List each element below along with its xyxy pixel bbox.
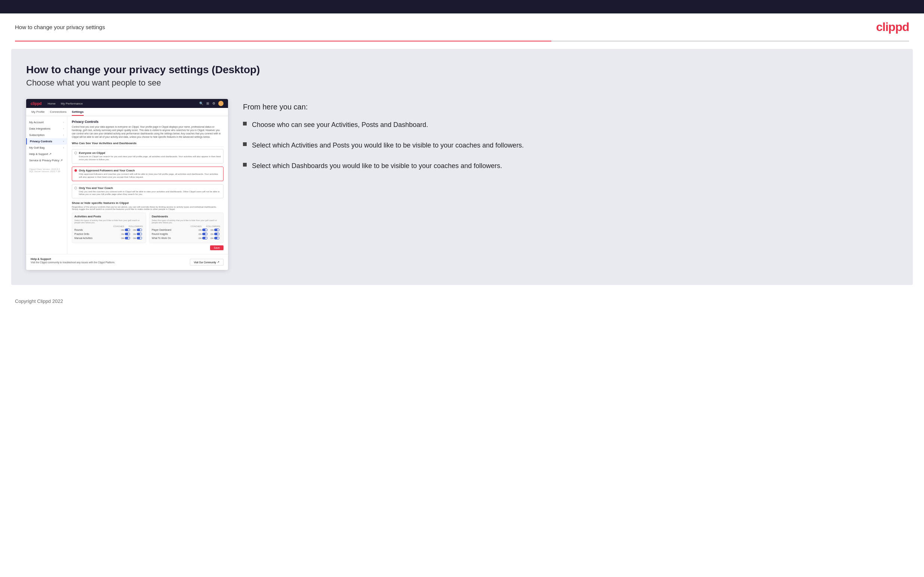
- mock-label-round-insights: Round Insights: [152, 233, 197, 235]
- mock-toggles-section: Show or hide specific features in Clippd…: [72, 201, 223, 250]
- mock-who-can-see-title: Who Can See Your Activities and Dashboar…: [72, 142, 223, 147]
- mock-on-label11: ON: [199, 237, 202, 239]
- bullet-text-2: Select which Activities and Posts you wo…: [252, 141, 524, 150]
- mock-body: My Account › Data Integrations › Subscri…: [26, 116, 228, 254]
- mock-toggle-what-work: What To Work On ON ON: [152, 237, 221, 239]
- mock-tab-settings[interactable]: Settings: [72, 110, 84, 116]
- content-row: clippd Home My Performance 🔍 ⊞ ⚙ My Prof…: [26, 99, 898, 270]
- mock-switch-ri-coaches[interactable]: [202, 233, 207, 235]
- mock-sidebar-item-account[interactable]: My Account ›: [26, 119, 67, 126]
- mock-privacy-title: Privacy Controls: [72, 120, 223, 124]
- mock-sidebar-item-help[interactable]: Help & Support ↗: [26, 151, 67, 157]
- mock-sidebar-chevron-golfbag: ›: [63, 147, 64, 149]
- bullet-list: Choose who can see your Activities, Post…: [243, 120, 898, 171]
- bullet-text-1: Choose who can see your Activities, Post…: [252, 120, 428, 130]
- mock-toggle-tables: Activities and Posts Select the types of…: [72, 213, 223, 243]
- bullet-item-1: Choose who can see your Activities, Post…: [243, 120, 898, 130]
- mock-sidebar-item-service[interactable]: Service & Privacy Policy ↗: [26, 157, 67, 164]
- mock-radio-content-followers: Only Approved Followers and Your Coach O…: [79, 169, 221, 179]
- mock-radio-followers[interactable]: Only Approved Followers and Your Coach O…: [72, 166, 223, 181]
- header-divider: [15, 41, 909, 42]
- mock-help-section: Help & Support Visit the Clippd communit…: [26, 254, 228, 270]
- mock-toggle-ri-coaches[interactable]: ON: [197, 233, 209, 235]
- mock-nav-home: Home: [47, 102, 55, 105]
- footer: Copyright Clippd 2022: [0, 292, 924, 310]
- copyright: Copyright Clippd 2022: [15, 298, 63, 304]
- mock-save-button[interactable]: Save: [210, 245, 223, 250]
- mock-dashboards-coaches-header: COACHES: [191, 225, 202, 227]
- mock-community-button[interactable]: Visit Our Community ↗: [190, 259, 223, 266]
- mock-switch-ww-coaches[interactable]: [202, 237, 207, 239]
- mock-tab-profile[interactable]: My Profile: [31, 110, 45, 116]
- mock-community-label: Visit Our Community: [194, 261, 216, 264]
- mock-radio-desc-everyone: Everyone on Clippd can search for you an…: [79, 155, 221, 161]
- bullet-square-3: [243, 163, 247, 166]
- mock-toggle-manual-coaches[interactable]: ON: [120, 237, 132, 239]
- mock-dashboards-table: Dashboards Select the types of activity …: [149, 213, 223, 243]
- mock-on-label8: ON: [210, 229, 213, 231]
- mock-dashboards-followers-header: FOLLOWERS: [206, 225, 220, 227]
- mock-toggle-ww-followers[interactable]: ON: [209, 237, 221, 239]
- mock-switch-ri-followers[interactable]: [214, 233, 220, 235]
- mock-sidebar-item-data[interactable]: Data Integrations ›: [26, 126, 67, 132]
- mock-switch-rounds-coaches[interactable]: [125, 229, 130, 231]
- mock-sidebar-item-golfbag[interactable]: My Golf Bag ›: [26, 145, 67, 151]
- mock-on-label: ON: [121, 229, 124, 231]
- mock-sidebar: My Account › Data Integrations › Subscri…: [26, 116, 67, 254]
- mock-switch-drills-followers[interactable]: [137, 233, 142, 235]
- mock-activities-table: Activities and Posts Select the types of…: [72, 213, 146, 243]
- mock-radio-title-everyone: Everyone on Clippd: [79, 151, 221, 155]
- mock-sidebar-label-golfbag: My Golf Bag: [29, 146, 44, 149]
- mock-grid-icon: ⊞: [206, 102, 209, 105]
- mock-showhide-desc: Regardless of the privacy controls that …: [72, 206, 223, 210]
- mock-help-title: Help & Support: [31, 257, 115, 261]
- mock-on-label10: ON: [210, 233, 213, 235]
- mock-switch-pd-followers[interactable]: [214, 229, 220, 231]
- mock-label-manual: Manual Activities: [74, 237, 120, 239]
- mock-sidebar-chevron-privacy: ›: [63, 140, 64, 143]
- from-here-title: From here you can:: [243, 103, 898, 111]
- mock-toggle-rounds-coaches[interactable]: ON: [120, 229, 132, 231]
- mock-switch-rounds-followers[interactable]: [137, 229, 142, 231]
- mock-sidebar-version: Clippd Client Version: 2022.8.2SQL Serve…: [26, 164, 67, 174]
- mock-toggle-drills-followers[interactable]: ON: [132, 233, 144, 235]
- mock-switch-manual-coaches[interactable]: [125, 237, 130, 239]
- mock-switch-manual-followers[interactable]: [137, 237, 142, 239]
- mock-on-label3: ON: [121, 233, 124, 235]
- mock-on-label6: ON: [133, 237, 136, 239]
- mock-radio-everyone[interactable]: Everyone on Clippd Everyone on Clippd ca…: [72, 149, 223, 164]
- mock-toggle-ri-followers[interactable]: ON: [209, 233, 221, 235]
- mock-sidebar-item-privacy[interactable]: Privacy Controls ›: [26, 138, 67, 145]
- mock-switch-ww-followers[interactable]: [214, 237, 220, 239]
- mock-showhide-title: Show or hide specific features in Clippd: [72, 201, 223, 205]
- bullet-item-3: Select which Dashboards you would like t…: [243, 161, 898, 171]
- mock-label-rounds: Rounds: [74, 229, 120, 231]
- top-bar: [0, 0, 924, 13]
- mock-radio-only-you[interactable]: Only You and Your Coach Only you and the…: [72, 184, 223, 199]
- mock-on-label12: ON: [210, 237, 213, 239]
- mock-sidebar-label-subscription: Subscription: [29, 133, 44, 137]
- mock-sidebar-item-subscription[interactable]: Subscription ›: [26, 132, 67, 138]
- mock-toggle-pd-coaches[interactable]: ON: [197, 229, 209, 231]
- mock-toggle-drills-coaches[interactable]: ON: [120, 233, 132, 235]
- mock-label-player-dash: Player Dashboard: [152, 229, 197, 231]
- mock-on-label9: ON: [199, 233, 202, 235]
- mock-toggle-rounds-followers[interactable]: ON: [132, 229, 144, 231]
- mock-sidebar-chevron-account: ›: [63, 121, 64, 124]
- mock-on-label2: ON: [133, 229, 136, 231]
- mock-sidebar-label-account: My Account: [29, 121, 44, 124]
- mock-label-what-work: What To Work On: [152, 237, 197, 239]
- mock-toggle-manual-followers[interactable]: ON: [132, 237, 144, 239]
- mock-toggle-round-insights: Round Insights ON ON: [152, 233, 221, 235]
- mock-switch-drills-coaches[interactable]: [125, 233, 130, 235]
- mock-toggle-pd-followers[interactable]: ON: [209, 229, 221, 231]
- mock-main-panel: Privacy Controls Control how you and you…: [67, 116, 228, 254]
- mock-privacy-desc: Control how you and your data appears to…: [72, 125, 223, 139]
- mock-toggle-ww-coaches[interactable]: ON: [197, 237, 209, 239]
- mock-activities-header: COACHES FOLLOWERS: [74, 225, 144, 227]
- mock-switch-pd-coaches[interactable]: [202, 229, 207, 231]
- mock-tab-connections[interactable]: Connections: [50, 110, 66, 116]
- bullet-text-3: Select which Dashboards you would like t…: [252, 161, 502, 171]
- mock-radio-circle-followers: [74, 169, 77, 172]
- mock-search-icon: 🔍: [199, 102, 204, 105]
